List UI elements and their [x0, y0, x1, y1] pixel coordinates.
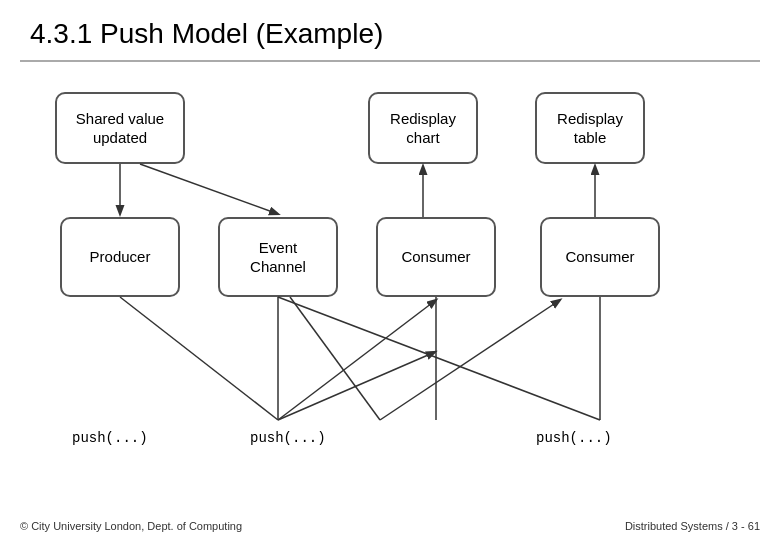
producer-label: Producer: [90, 247, 151, 267]
box-consumer1: Consumer: [376, 217, 496, 297]
consumer1-label: Consumer: [401, 247, 470, 267]
box-event-channel: Event Channel: [218, 217, 338, 297]
diagram-area: Shared value updated Redisplay chart Red…: [0, 62, 780, 492]
page-title: 4.3.1 Push Model (Example): [0, 0, 780, 60]
footer-right: Distributed Systems / 3 - 61: [625, 520, 760, 532]
box-consumer2: Consumer: [540, 217, 660, 297]
svg-line-2: [120, 297, 278, 420]
redisplay-table-label: Redisplay table: [557, 109, 623, 148]
box-redisplay-chart: Redisplay chart: [368, 92, 478, 164]
push-label-2: push(...): [250, 430, 326, 446]
event-channel-label: Event Channel: [250, 238, 306, 277]
box-producer: Producer: [60, 217, 180, 297]
svg-line-7: [380, 300, 560, 420]
consumer2-label: Consumer: [565, 247, 634, 267]
svg-line-12: [278, 297, 600, 420]
svg-line-6: [290, 297, 380, 420]
box-redisplay-table: Redisplay table: [535, 92, 645, 164]
footer-left: © City University London, Dept. of Compu…: [20, 520, 242, 532]
redisplay-chart-label: Redisplay chart: [390, 109, 456, 148]
footer: © City University London, Dept. of Compu…: [0, 520, 780, 532]
svg-line-1: [140, 164, 278, 214]
svg-line-3: [278, 352, 435, 420]
svg-line-5: [278, 300, 436, 420]
push-label-1: push(...): [72, 430, 148, 446]
box-shared-value: Shared value updated: [55, 92, 185, 164]
shared-value-label: Shared value updated: [76, 109, 164, 148]
push-label-3: push(...): [536, 430, 612, 446]
